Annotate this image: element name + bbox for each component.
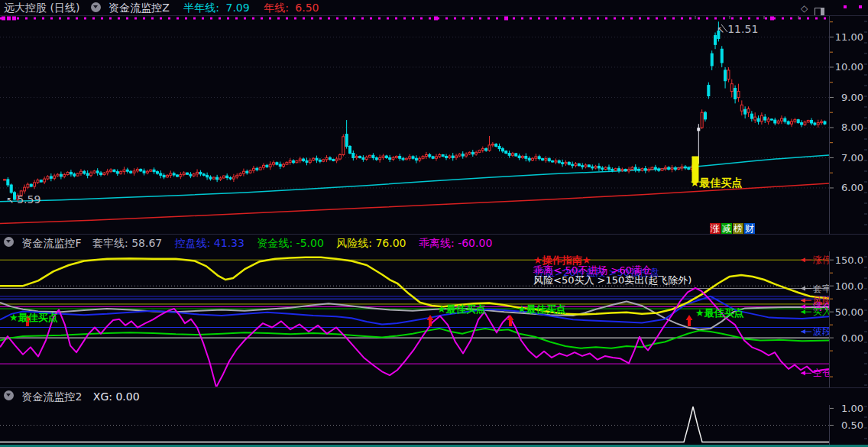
main-chart (0, 15, 829, 224)
collapse-icon[interactable] (91, 2, 101, 12)
bottom-panel-name[interactable]: 资金流监控2 (21, 390, 82, 403)
xg-chart (0, 407, 829, 442)
year-value: 6.50 (295, 2, 319, 14)
axis-tick-label: 6.00 (841, 182, 863, 193)
buy-arrow-icon (686, 315, 693, 326)
best-buy-point-mid: ★最佳买点 (517, 303, 566, 316)
high-arrow-icon: ↖ (717, 24, 724, 35)
half-year-value: 7.09 (226, 2, 250, 14)
guide-line-risk: 风险<50买入 >150卖出(起飞除外) (533, 274, 691, 287)
collapse-icon[interactable] (4, 237, 14, 247)
collapse-icon[interactable] (4, 390, 14, 400)
guide-title: ★操作指南★ (533, 254, 591, 267)
axis-tick-label: 10.00 (835, 61, 863, 73)
axis-tick-label: 7.00 (841, 152, 863, 164)
indicator-name[interactable]: 资金流监控Z (108, 2, 170, 14)
fund-flow-chart: 涨停套牢风险满仓买入波段空仓 (0, 254, 831, 387)
best-buy-point-mid: ★最佳买点 (9, 311, 58, 325)
best-buy-point-main: ★最佳买点 (690, 177, 743, 190)
xg-line (0, 407, 829, 442)
tag-涨[interactable]: 涨 (710, 223, 721, 235)
axis-tick-label: 9.00 (841, 92, 863, 103)
magenta-dot (859, 5, 862, 8)
axis-tick-label: 150.0 (835, 254, 863, 266)
axis-tick-label: 0.50 (841, 419, 863, 431)
best-buy-point-mid: ★最佳买点 (437, 303, 486, 316)
zijin-line (0, 329, 829, 348)
axis-tick-label: 11.00 (835, 31, 863, 43)
middle-panel-header: 资金流监控F 套牢线: 58.67 控盘线: 41.33 资金线: -5.00 … (0, 235, 868, 251)
high-price-label: ↖ 11.51 (717, 23, 758, 35)
stock-title: 远大控股 (日线) (4, 2, 79, 14)
edge-label-空仓: 空仓 (813, 368, 831, 378)
tag-减[interactable]: 减 (721, 223, 732, 235)
axis-tick-label: 8.00 (841, 121, 863, 133)
axis-tick-label: 100.0 (835, 280, 863, 292)
tag-榜[interactable]: 榜 (733, 223, 743, 235)
bottom-panel-header: 资金流监控2 XG: 0.00 (0, 388, 868, 405)
panel-divider (0, 387, 868, 388)
magenta-dot (844, 5, 847, 8)
panel-divider (0, 15, 868, 16)
year-label: 年线: (264, 2, 289, 14)
diamond-icon[interactable]: ◇ (801, 3, 808, 14)
low-price-label: ↖ 5.59 (6, 193, 40, 206)
half-year-label: 半年线: (183, 2, 219, 14)
edge-label-涨停: 涨停 (812, 254, 831, 265)
middle-panel-name[interactable]: 资金流监控F (21, 237, 81, 249)
axis-tick-label: 50.00 (835, 306, 863, 318)
tag-buttons[interactable]: 涨减榜财 (710, 222, 756, 235)
edge-label-波段: 波段 (813, 326, 831, 337)
best-buy-point-mid: ★最佳买点 (695, 306, 744, 320)
edge-label-套牢: 套牢 (813, 283, 831, 294)
axis-tick-label: 0.00 (841, 332, 863, 344)
edge-label-买入: 买入 (813, 306, 831, 317)
tag-财[interactable]: 财 (744, 223, 755, 235)
low-arrow-icon: ↖ (6, 195, 14, 206)
candlestick-series (4, 21, 826, 201)
title-bar: 远大控股 (日线) 资金流监控Z 半年线: 7.09 年线: 6.50 (0, 0, 868, 15)
trading-app-window: 涨停套牢风险满仓买入波段空仓11.0010.009.008.007.006.00… (0, 0, 868, 447)
panel-divider (0, 234, 868, 235)
